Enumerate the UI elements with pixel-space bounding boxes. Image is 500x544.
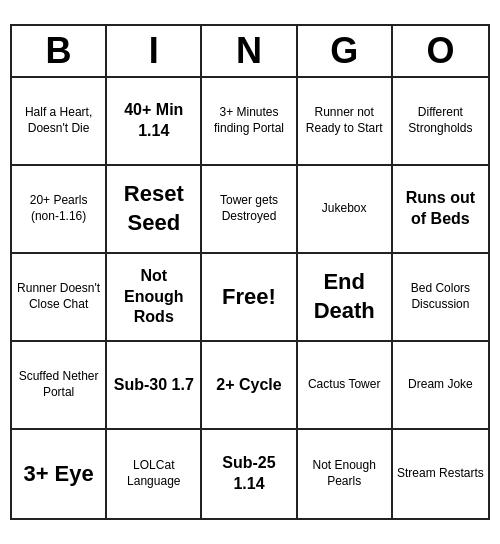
bingo-letter-n: N xyxy=(202,26,297,76)
bingo-cell-18: Cactus Tower xyxy=(298,342,393,430)
bingo-cell-14: Bed Colors Discussion xyxy=(393,254,488,342)
bingo-cell-13: End Death xyxy=(298,254,393,342)
bingo-letter-b: B xyxy=(12,26,107,76)
bingo-card: BINGO Half a Heart, Doesn't Die40+ Min 1… xyxy=(10,24,490,520)
bingo-cell-6: Reset Seed xyxy=(107,166,202,254)
bingo-letter-o: O xyxy=(393,26,488,76)
bingo-header: BINGO xyxy=(12,26,488,78)
bingo-cell-9: Runs out of Beds xyxy=(393,166,488,254)
bingo-cell-19: Dream Joke xyxy=(393,342,488,430)
bingo-cell-10: Runner Doesn't Close Chat xyxy=(12,254,107,342)
bingo-cell-11: Not Enough Rods xyxy=(107,254,202,342)
bingo-cell-23: Not Enough Pearls xyxy=(298,430,393,518)
bingo-letter-i: I xyxy=(107,26,202,76)
bingo-grid: Half a Heart, Doesn't Die40+ Min 1.143+ … xyxy=(12,78,488,518)
bingo-cell-2: 3+ Minutes finding Portal xyxy=(202,78,297,166)
bingo-cell-8: Jukebox xyxy=(298,166,393,254)
bingo-cell-16: Sub-30 1.7 xyxy=(107,342,202,430)
bingo-cell-0: Half a Heart, Doesn't Die xyxy=(12,78,107,166)
bingo-cell-15: Scuffed Nether Portal xyxy=(12,342,107,430)
bingo-cell-5: 20+ Pearls (non-1.16) xyxy=(12,166,107,254)
bingo-cell-12: Free! xyxy=(202,254,297,342)
bingo-letter-g: G xyxy=(298,26,393,76)
bingo-cell-17: 2+ Cycle xyxy=(202,342,297,430)
bingo-cell-3: Runner not Ready to Start xyxy=(298,78,393,166)
bingo-cell-24: Stream Restarts xyxy=(393,430,488,518)
bingo-cell-20: 3+ Eye xyxy=(12,430,107,518)
bingo-cell-22: Sub-25 1.14 xyxy=(202,430,297,518)
bingo-cell-7: Tower gets Destroyed xyxy=(202,166,297,254)
bingo-cell-21: LOLCat Language xyxy=(107,430,202,518)
bingo-cell-4: Different Strongholds xyxy=(393,78,488,166)
bingo-cell-1: 40+ Min 1.14 xyxy=(107,78,202,166)
